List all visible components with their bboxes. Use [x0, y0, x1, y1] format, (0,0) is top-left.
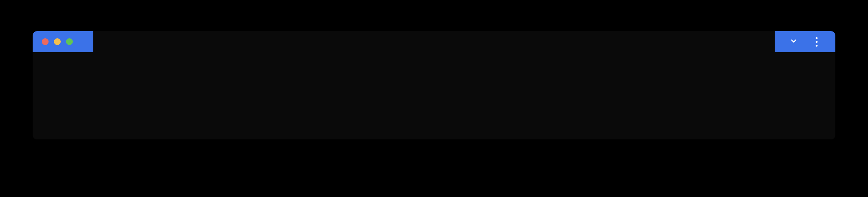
maximize-button[interactable] — [66, 38, 73, 45]
dropdown-button[interactable] — [789, 37, 798, 46]
right-controls-container — [775, 31, 835, 52]
more-vertical-icon — [816, 37, 818, 47]
minimize-button[interactable] — [54, 38, 61, 45]
close-button[interactable] — [42, 38, 49, 45]
traffic-lights-container — [33, 31, 93, 52]
titlebar — [33, 31, 835, 52]
more-menu-button[interactable] — [812, 37, 821, 46]
window-content — [33, 52, 835, 139]
chevron-down-icon — [789, 36, 798, 47]
window-frame — [33, 31, 835, 139]
